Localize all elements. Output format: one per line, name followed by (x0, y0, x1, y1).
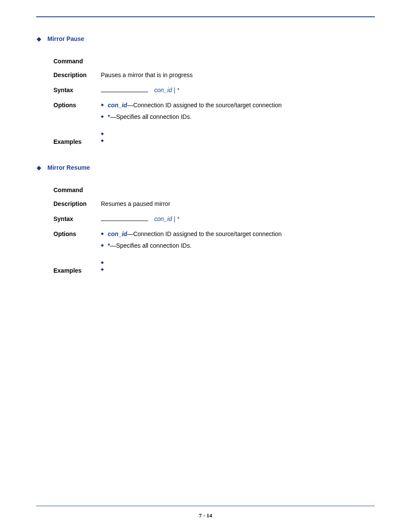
section-title: Mirror Resume (47, 164, 90, 171)
label-options: Options (53, 102, 101, 109)
row-description: Description Pauses a mirror that is in p… (53, 71, 375, 80)
command-block: Command Description Resumes a paused mir… (53, 187, 375, 274)
section-mirror-pause: ◆ Mirror Pause Command Description Pause… (36, 35, 375, 145)
row-command: Command (53, 58, 375, 65)
section-heading: ◆ Mirror Pause (36, 35, 375, 42)
option-keyword: con_id (108, 102, 127, 109)
row-description: Description Resumes a paused mirror (53, 199, 375, 208)
label-examples: Examples (53, 267, 101, 274)
value-syntax: con_id | * (101, 86, 375, 95)
label-syntax: Syntax (53, 215, 101, 222)
option-text: —Specifies all connection IDs. (110, 113, 191, 120)
syntax-arg: con_id | * (154, 86, 179, 95)
label-command: Command (53, 187, 101, 193)
example-item (101, 266, 375, 273)
row-examples: Examples (53, 130, 375, 145)
row-syntax: Syntax con_id | * (53, 86, 375, 95)
label-examples: Examples (53, 138, 101, 145)
diamond-icon: ◆ (36, 36, 41, 42)
row-syntax: Syntax con_id | * (53, 215, 375, 224)
section-title: Mirror Pause (47, 35, 84, 42)
label-syntax: Syntax (53, 87, 101, 93)
value-syntax: con_id | * (101, 215, 375, 224)
section-heading: ◆ Mirror Resume (36, 164, 375, 171)
row-examples: Examples (53, 259, 375, 274)
option-item: *—Specifies all connection IDs. (101, 112, 375, 121)
command-block: Command Description Pauses a mirror that… (53, 58, 375, 145)
value-options: con_id—Connection ID assigned to the sou… (101, 230, 375, 253)
row-options: Options con_id—Connection ID assigned to… (53, 230, 375, 253)
value-description: Pauses a mirror that is in progress (101, 71, 375, 80)
row-command: Command (53, 187, 375, 193)
value-description: Resumes a paused mirror (101, 199, 375, 208)
value-examples (101, 259, 375, 273)
option-text: —Connection ID assigned to the source/ta… (127, 102, 282, 109)
label-description: Description (53, 72, 101, 78)
label-options: Options (53, 230, 101, 237)
label-command: Command (53, 58, 101, 65)
option-item: *—Specifies all connection IDs. (101, 241, 375, 250)
option-text: —Connection ID assigned to the source/ta… (127, 230, 282, 237)
value-options: con_id—Connection ID assigned to the sou… (101, 101, 375, 124)
option-text: —Specifies all connection IDs. (110, 242, 191, 249)
label-description: Description (53, 200, 101, 207)
option-item: con_id—Connection ID assigned to the sou… (101, 101, 375, 110)
example-item (101, 137, 375, 144)
syntax-arg: con_id | * (154, 215, 179, 224)
value-examples (101, 130, 375, 144)
section-mirror-resume: ◆ Mirror Resume Command Description Resu… (36, 164, 375, 274)
syntax-cmd-placeholder (101, 215, 148, 221)
option-keyword: con_id (108, 230, 127, 237)
example-item (101, 259, 375, 266)
option-item: con_id—Connection ID assigned to the sou… (101, 230, 375, 239)
page-number: 7 - 14 (36, 512, 375, 519)
syntax-cmd-placeholder (101, 86, 148, 92)
footer: 7 - 14 (36, 502, 375, 519)
example-item (101, 130, 375, 137)
diamond-icon: ◆ (36, 165, 41, 171)
bottom-rule (36, 506, 375, 506)
row-options: Options con_id—Connection ID assigned to… (53, 101, 375, 124)
